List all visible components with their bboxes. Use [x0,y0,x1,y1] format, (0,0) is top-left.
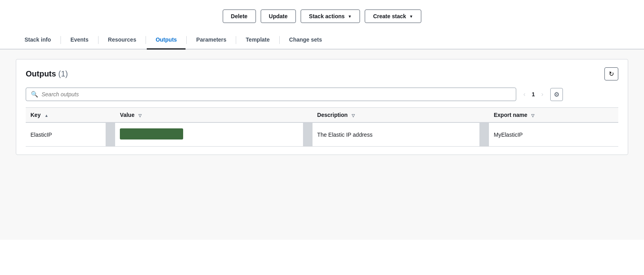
col-value-sort-icon[interactable]: ▽ [138,113,142,118]
page-wrapper: Delete Update Stack actions ▼ Create sta… [0,0,644,275]
prev-page-button[interactable]: ‹ [521,89,528,99]
cell-description: The Elastic IP address [313,122,479,147]
tabs-bar: Stack info Events Resources Outputs Para… [0,31,644,50]
cell-value [115,122,303,147]
tab-change-sets[interactable]: Change sets [280,31,331,50]
table-row: ElasticIP The Elastic IP address MyElast… [26,122,618,147]
cell-sep-1 [106,122,115,147]
outputs-title: Outputs (1) [26,69,68,78]
value-hidden-pill [120,128,183,139]
col-header-export-name: Export name ▽ [489,108,618,123]
col-header-description: Description ▽ [313,108,479,123]
col-key-sort-icon[interactable]: ▲ [45,113,49,118]
col-export-label: Export name [494,112,527,118]
action-bar: Delete Update Stack actions ▼ Create sta… [0,0,644,31]
cell-key: ElasticIP [26,122,106,147]
stack-actions-button[interactable]: Stack actions ▼ [301,10,360,23]
main-content: Outputs (1) ↻ 🔍 ‹ 1 [0,50,644,240]
tab-separator-5 [236,36,236,44]
cell-export-name: MyElasticIP [489,122,618,147]
stack-actions-chevron-icon: ▼ [348,14,352,19]
column-settings-button[interactable]: ⚙ [550,88,563,101]
next-page-icon: › [541,91,543,97]
outputs-panel: Outputs (1) ↻ 🔍 ‹ 1 [16,59,628,155]
tab-events[interactable]: Events [62,31,97,50]
outputs-title-text: Outputs [26,69,56,78]
refresh-icon: ↻ [609,70,614,78]
col-sep-1 [106,108,115,123]
pagination-controls: ‹ 1 › [521,89,546,99]
create-stack-button[interactable]: Create stack ▼ [365,10,421,23]
tab-separator-2 [98,36,98,44]
stack-actions-label: Stack actions [309,13,345,19]
search-input[interactable] [42,91,511,97]
tab-separator-6 [279,36,280,44]
col-sep-3 [479,108,489,123]
search-icon: 🔍 [31,91,38,98]
search-row: 🔍 ‹ 1 › ⚙ [26,88,618,101]
col-desc-sort-icon[interactable]: ▽ [352,113,355,118]
create-stack-chevron-icon: ▼ [409,14,413,19]
cell-sep-2 [303,122,313,147]
tab-separator-1 [61,36,61,44]
col-value-label: Value [120,112,134,118]
table-header-row: Key ▲ Value ▽ Description ▽ [26,108,618,123]
update-button[interactable]: Update [261,10,296,23]
outputs-count: (1) [58,69,68,78]
refresh-button[interactable]: ↻ [604,67,618,80]
create-stack-label: Create stack [373,13,406,19]
tab-outputs[interactable]: Outputs [147,31,186,50]
panel-header: Outputs (1) ↻ [26,67,618,80]
settings-icon: ⚙ [554,91,559,98]
outputs-table: Key ▲ Value ▽ Description ▽ [26,107,618,147]
next-page-button[interactable]: › [539,89,546,99]
tab-parameters[interactable]: Parameters [188,31,235,50]
delete-button[interactable]: Delete [223,10,256,23]
col-export-sort-icon[interactable]: ▽ [531,113,534,118]
tab-stack-info[interactable]: Stack info [16,31,60,50]
col-key-label: Key [30,112,41,118]
col-header-value: Value ▽ [115,108,303,123]
tab-separator-3 [146,36,146,44]
tab-resources[interactable]: Resources [99,31,145,50]
search-box: 🔍 [26,88,516,101]
prev-page-icon: ‹ [523,91,525,97]
tab-separator-4 [186,36,187,44]
tab-template[interactable]: Template [237,31,278,50]
col-sep-2 [303,108,313,123]
col-header-key: Key ▲ [26,108,106,123]
col-desc-label: Description [317,112,348,118]
cell-sep-3 [479,122,489,147]
current-page: 1 [530,91,536,97]
